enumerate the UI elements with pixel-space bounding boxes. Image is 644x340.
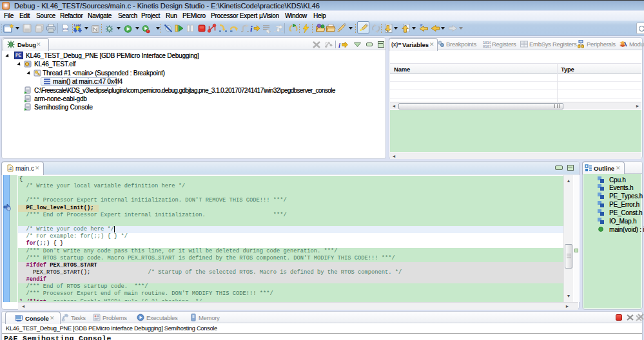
svg-text:PE: PE (15, 53, 21, 57)
svg-text:0101: 0101 (483, 44, 491, 48)
svg-text:.c: .c (8, 166, 12, 171)
svg-text:i: i (250, 24, 253, 33)
svg-text:010: 010 (63, 28, 68, 31)
svg-text:i: i (338, 41, 341, 49)
